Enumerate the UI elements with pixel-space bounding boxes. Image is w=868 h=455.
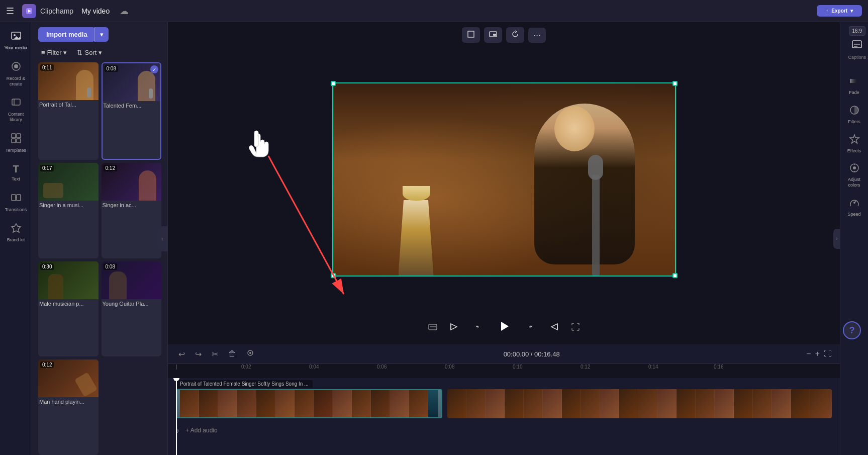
subtitle-toggle-button[interactable]: [428, 322, 438, 334]
sidebar-item-your-media[interactable]: Your media: [2, 26, 30, 55]
sort-button[interactable]: ⇅ Sort ▾: [74, 47, 105, 58]
app-name: Clipchamp: [40, 7, 73, 15]
sidebar-item-templates[interactable]: Templates: [2, 129, 30, 157]
captions-button[interactable]: [851, 39, 862, 52]
redo-button[interactable]: ↪: [192, 348, 204, 360]
video-canvas-area: [168, 48, 840, 311]
transitions-icon: [11, 192, 22, 206]
right-tool-adjust-colors[interactable]: Adjust colors: [841, 158, 867, 192]
right-tool-effects[interactable]: Effects: [841, 130, 867, 158]
right-tool-fade[interactable]: Fade: [841, 71, 867, 100]
help-button[interactable]: ?: [843, 321, 861, 339]
label-portrait: Portrait of Tal...: [38, 100, 99, 109]
resize-handle-topright[interactable]: [672, 81, 678, 86]
timeline-zoom-controls: − + ⛶: [806, 349, 832, 358]
import-media-dropdown-button[interactable]: ▾: [94, 27, 109, 42]
timeline-playhead[interactable]: [176, 378, 177, 455]
skip-to-end-button[interactable]: [546, 319, 562, 337]
hand-cursor-annotation: [242, 126, 270, 160]
right-tool-speed[interactable]: Speed: [841, 193, 867, 221]
svg-rect-13: [12, 195, 16, 201]
svg-marker-4: [14, 36, 21, 39]
filters-label: Filters: [848, 119, 860, 125]
delete-button[interactable]: 🗑: [226, 348, 239, 360]
panel-resize-handle[interactable]: ‹: [157, 226, 167, 251]
zoom-in-button[interactable]: +: [815, 349, 820, 358]
label-young-guitar: Young Guitar Pla...: [102, 299, 162, 308]
media-item-singer-music[interactable]: 0:17 Singer in a musi...: [38, 163, 99, 258]
timeline-expand-button[interactable]: ⛶: [824, 349, 832, 358]
video-clip-secondary[interactable]: [447, 389, 832, 418]
timeline-ruler: | 0:02 0:04 0:06 0:08 0:10 0:12 0:14 0:1…: [168, 364, 840, 378]
svg-rect-11: [12, 139, 16, 143]
check-icon-talented: ✓: [150, 65, 158, 73]
resize-handle-bottomleft[interactable]: [331, 273, 336, 278]
import-media-button[interactable]: Import media: [38, 27, 95, 42]
text-icon: T: [13, 163, 19, 175]
video-title[interactable]: My video: [81, 7, 110, 15]
adjust-colors-label: Adjust colors: [843, 177, 865, 188]
logo-icon: [22, 4, 36, 18]
export-label: Export: [831, 8, 847, 14]
media-item-singer-acoustic[interactable]: 0:12 Singer in ac...: [102, 163, 162, 258]
export-button[interactable]: ↑ Export ▾: [817, 5, 862, 17]
speed-icon: [849, 197, 860, 211]
cut-button[interactable]: ✂: [209, 348, 221, 360]
rotate-tool-button[interactable]: [506, 27, 524, 43]
filter-icon: ≡: [41, 49, 45, 56]
more-options-button[interactable]: ⋯: [528, 28, 546, 43]
duration-portrait: 0:11: [40, 64, 54, 71]
timeline-toolbar: ↩ ↪ ✂ 🗑 00:00.00 / 00:16.48 − + ⛶: [168, 344, 840, 364]
brand-kit-icon: [11, 222, 22, 236]
media-item-portrait[interactable]: 0:11 Portrait of Tal...: [38, 62, 99, 160]
ruler-mark-0:12: 0:12: [581, 364, 590, 370]
skip-to-start-button[interactable]: [446, 319, 462, 337]
effects-icon: [849, 134, 860, 147]
svg-rect-35: [850, 79, 859, 83]
media-item-young-guitar[interactable]: 0:08 Young Guitar Pla...: [102, 261, 162, 357]
right-sidebar-collapse-button[interactable]: ›: [833, 229, 840, 249]
topbar: ☰ Clipchamp My video ☁ ↑ Export ▾: [0, 0, 868, 22]
hamburger-menu-button[interactable]: ☰: [6, 6, 14, 17]
aspect-ratio-display[interactable]: 16:9: [849, 26, 865, 36]
rewind-button[interactable]: [470, 319, 486, 337]
export-dropdown-icon: ▾: [850, 8, 853, 14]
templates-icon: [11, 133, 22, 146]
fullscreen-button[interactable]: [570, 322, 581, 334]
zoom-out-button[interactable]: −: [806, 349, 811, 358]
sidebar-item-brand-kit[interactable]: Brand kit: [2, 218, 30, 247]
sidebar-item-text[interactable]: T Text: [2, 159, 30, 186]
resize-handle-topleft[interactable]: [331, 81, 336, 86]
sidebar-item-transitions[interactable]: Transitions: [2, 188, 30, 217]
clip-label: Portrait of Talented Female Singer Softl…: [176, 380, 313, 388]
media-item-talented[interactable]: 0:08 ✓ Talented Fem...: [102, 62, 162, 160]
svg-marker-25: [451, 324, 457, 330]
crop-tool-button[interactable]: [462, 27, 480, 43]
media-item-male-musician[interactable]: 0:30 Male musician p...: [38, 261, 99, 357]
svg-point-6: [14, 64, 18, 68]
duration-man-hand: 0:12: [40, 361, 54, 368]
add-audio-button[interactable]: + Add audio: [181, 425, 222, 436]
clip-right-handle-main[interactable]: [438, 390, 441, 417]
top-right-tools: 16:9 Captions: [848, 26, 866, 60]
svg-marker-37: [850, 135, 859, 143]
media-item-man-hand[interactable]: 0:12 Man hand playin...: [38, 359, 99, 455]
sidebar-item-record[interactable]: Record & create: [2, 57, 30, 91]
sidebar-item-content-library[interactable]: Content library: [2, 93, 30, 127]
svg-marker-16: [12, 224, 21, 232]
resize-handle-bottomright[interactable]: [672, 273, 678, 278]
filter-button[interactable]: ≡ Filter ▾: [38, 47, 70, 58]
svg-rect-12: [17, 139, 21, 143]
play-button[interactable]: [494, 316, 514, 339]
duration-young-guitar: 0:08: [104, 263, 117, 270]
record-clip-button[interactable]: [244, 347, 257, 360]
ruler-mark-0:08: 0:08: [445, 364, 454, 370]
video-clip-main[interactable]: [176, 389, 442, 418]
forward-button[interactable]: [522, 319, 538, 337]
undo-button[interactable]: ↩: [176, 348, 187, 360]
pip-tool-button[interactable]: [484, 27, 502, 43]
ruler-mark-0:10: 0:10: [513, 364, 522, 370]
svg-rect-9: [12, 134, 16, 138]
svg-point-3: [14, 34, 16, 36]
right-tool-filters[interactable]: Filters: [841, 101, 867, 129]
